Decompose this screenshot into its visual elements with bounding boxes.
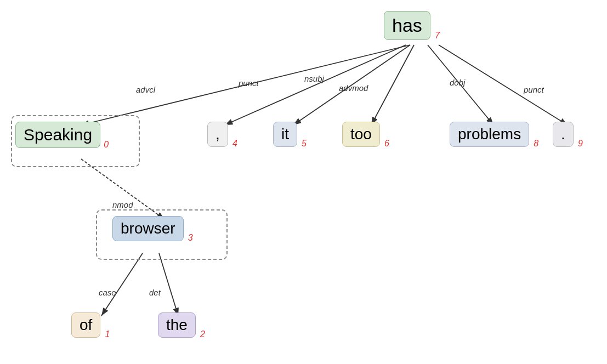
node-browser-index: 3 <box>188 233 193 243</box>
svg-line-9 <box>159 253 178 316</box>
node-problems-index: 8 <box>534 139 538 149</box>
edge-label-dobj: dobj <box>450 78 465 87</box>
edge-label-punct2: punct <box>524 85 544 94</box>
node-of-label: of <box>80 316 92 334</box>
node-of-index: 1 <box>105 329 110 339</box>
node-speaking-index: 0 <box>104 140 109 150</box>
edge-label-advcl: advcl <box>136 85 155 94</box>
node-too-label: too <box>350 126 372 143</box>
dependency-tree: has 7 Speaking 0 , 4 it 5 too 6 problems… <box>0 0 607 364</box>
edge-label-case: case <box>99 288 116 297</box>
arrows-svg <box>0 0 607 364</box>
node-the: the 2 <box>158 312 196 338</box>
node-comma-label: , <box>215 126 220 143</box>
node-period-label: . <box>561 126 565 143</box>
node-it: it 5 <box>273 122 297 147</box>
svg-line-8 <box>101 253 143 316</box>
node-the-label: the <box>166 316 188 334</box>
node-problems-label: problems <box>458 126 521 143</box>
node-too: too 6 <box>342 122 380 147</box>
node-too-index: 6 <box>384 139 389 149</box>
edge-label-advmod: advmod <box>339 83 368 93</box>
svg-line-4 <box>371 45 414 125</box>
edge-label-nmod: nmod <box>112 200 133 209</box>
node-period: . 9 <box>553 122 574 147</box>
node-browser: browser 3 <box>112 216 184 241</box>
node-browser-label: browser <box>121 220 175 237</box>
node-problems: problems 8 <box>450 122 529 147</box>
edge-label-punct1: punct <box>239 78 259 88</box>
node-it-index: 5 <box>302 139 307 149</box>
edge-label-nsubj: nsubj <box>304 74 324 83</box>
node-has-index: 7 <box>435 31 440 41</box>
node-speaking-label: Speaking <box>24 126 92 144</box>
node-has-label: has <box>392 15 422 36</box>
node-comma-index: 4 <box>232 139 237 149</box>
node-it-label: it <box>281 126 289 143</box>
node-the-index: 2 <box>200 329 205 339</box>
edge-label-det: det <box>149 288 161 297</box>
node-comma: , 4 <box>207 122 228 147</box>
node-period-index: 9 <box>578 139 583 149</box>
node-speaking: Speaking 0 <box>15 122 100 148</box>
node-of: of 1 <box>71 312 100 338</box>
node-has: has 7 <box>384 11 430 40</box>
